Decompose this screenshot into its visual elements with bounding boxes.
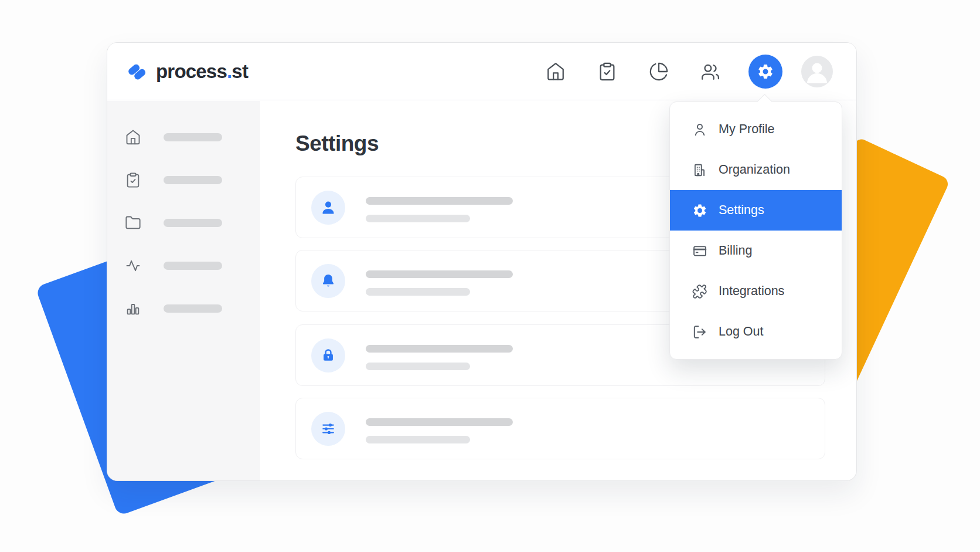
- clipboard-check-icon[interactable]: [597, 62, 617, 82]
- settings-dropdown-menu: My Profile Organization Settings Billing: [669, 101, 842, 360]
- sidebar-item-reports[interactable]: [107, 300, 260, 317]
- menu-item-label: Billing: [719, 243, 752, 258]
- home-icon[interactable]: [546, 62, 566, 82]
- user-icon: [311, 191, 345, 225]
- placeholder-bar: [366, 288, 470, 296]
- menu-item-integrations[interactable]: Integrations: [670, 271, 842, 311]
- brand-logo: process.st: [125, 60, 248, 83]
- lock-icon: [311, 338, 345, 372]
- gear-icon[interactable]: [748, 55, 782, 89]
- menu-item-label: Organization: [719, 162, 790, 177]
- menu-item-billing[interactable]: Billing: [670, 231, 842, 271]
- placeholder-bar: [366, 215, 470, 222]
- log-out-icon: [692, 324, 707, 340]
- placeholder-bar: [366, 436, 470, 443]
- sidebar-item-folders[interactable]: [107, 215, 260, 231]
- menu-item-settings[interactable]: Settings: [670, 190, 842, 231]
- placeholder-bar: [366, 197, 513, 205]
- placeholder-bar: [164, 219, 222, 227]
- menu-item-label: My Profile: [719, 122, 775, 137]
- sidebar-item-home[interactable]: [107, 129, 260, 145]
- menu-item-label: Settings: [719, 203, 764, 218]
- menu-item-label: Log Out: [719, 324, 764, 339]
- settings-section-preferences[interactable]: [295, 398, 825, 459]
- sidebar-item-activity[interactable]: [107, 258, 260, 274]
- app-header: process.st: [107, 43, 856, 100]
- placeholder-bar: [164, 304, 222, 313]
- users-icon[interactable]: [700, 62, 720, 82]
- process-st-logo-mark-icon: [125, 60, 148, 83]
- bell-icon: [311, 264, 345, 298]
- placeholder-bar: [164, 262, 222, 270]
- activity-icon: [125, 258, 141, 274]
- clipboard-check-icon: [125, 172, 141, 188]
- menu-item-label: Integrations: [719, 284, 784, 299]
- header-nav: [546, 55, 833, 89]
- placeholder-bar: [164, 133, 222, 141]
- sidebar-item-checklists[interactable]: [107, 172, 260, 188]
- page-title: Settings: [295, 131, 379, 157]
- placeholder-bar: [366, 345, 513, 353]
- sliders-icon: [311, 412, 345, 446]
- credit-card-icon: [692, 243, 707, 259]
- gear-icon: [692, 203, 707, 218]
- menu-item-my-profile[interactable]: My Profile: [670, 109, 842, 150]
- sidebar: [107, 101, 260, 480]
- page-canvas: process.st: [0, 0, 980, 552]
- menu-item-log-out[interactable]: Log Out: [670, 311, 842, 352]
- placeholder-bar: [164, 176, 222, 184]
- pie-chart-icon[interactable]: [649, 62, 669, 82]
- placeholder-bar: [366, 418, 513, 426]
- menu-item-organization[interactable]: Organization: [670, 150, 842, 190]
- folder-icon: [125, 215, 141, 231]
- placeholder-bar: [366, 363, 470, 370]
- puzzle-icon: [692, 284, 707, 299]
- avatar[interactable]: [801, 56, 833, 87]
- home-icon: [125, 129, 141, 145]
- placeholder-bar: [366, 270, 513, 278]
- user-icon: [692, 122, 707, 137]
- brand-logo-text: process.st: [156, 60, 248, 83]
- bar-chart-icon: [125, 300, 141, 317]
- building-icon: [692, 162, 707, 178]
